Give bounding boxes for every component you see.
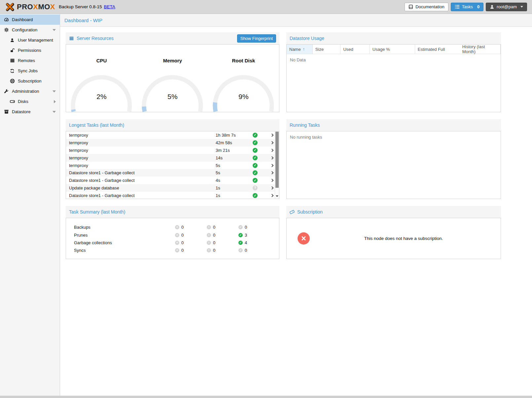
- subscription-message: This node does not have a subscription.: [287, 236, 501, 241]
- gauge-title: Root Disk: [208, 45, 279, 63]
- sort-ascending-icon: ↑: [303, 47, 305, 51]
- sync-icon: [9, 69, 15, 73]
- sidebar-item-label: Permissions: [18, 48, 41, 53]
- show-fingerprint-button[interactable]: Show Fingerprint: [237, 34, 276, 43]
- caret-down-icon[interactable]: [53, 29, 56, 31]
- task-row[interactable]: termproxy 1h 38m 7s ✓: [66, 131, 279, 139]
- task-name: Datastore store1 - Garbage collect: [69, 193, 216, 198]
- resource-gauge: Root Disk 9%: [208, 45, 279, 112]
- sidebar-item-permissions[interactable]: Permissions: [0, 45, 60, 55]
- error-circle-icon: ×: [175, 241, 179, 245]
- scrollbar-thumb[interactable]: [275, 132, 279, 188]
- task-name: termproxy: [69, 163, 216, 168]
- task-status-icon: ✓: [253, 193, 258, 198]
- caret-down-icon[interactable]: [53, 111, 56, 113]
- task-row[interactable]: termproxy 14s ✓: [66, 154, 279, 162]
- scroll-down-button[interactable]: [275, 194, 279, 198]
- column-header[interactable]: History (last Month): [460, 45, 501, 54]
- task-duration: 42m 58s: [216, 140, 253, 145]
- sidebar-item-disks[interactable]: Disks: [0, 96, 60, 107]
- sidebar-item-sync-jobs[interactable]: Sync Jobs: [0, 66, 60, 76]
- task-row[interactable]: Update package database 1s ?: [66, 184, 279, 192]
- warning-circle-icon: !: [207, 248, 211, 252]
- gauge-arc: [208, 73, 279, 112]
- sidebar-item-label: Administration: [12, 89, 39, 94]
- chevron-right-icon: [270, 133, 273, 137]
- task-status-icon: ?: [253, 185, 258, 190]
- summary-row: Syncs ×0 !0 ✓0: [66, 247, 279, 254]
- gauge-value: 5%: [137, 93, 208, 101]
- task-summary-rows: Backups ×0 !0 ✓0 Prunes ×0 !0 ✓3 Garbage…: [66, 218, 279, 254]
- beta-link[interactable]: BETA: [104, 4, 115, 9]
- book-icon: [408, 5, 413, 9]
- sidebar-item-user-management[interactable]: User Management: [0, 35, 60, 45]
- warning-count: 0: [213, 233, 215, 238]
- chevron-right-icon: [270, 171, 273, 175]
- task-row[interactable]: Datastore store1 - Garbage collect 5s ✓: [66, 169, 279, 177]
- sidebar-item-configuration[interactable]: Configuration: [0, 25, 60, 35]
- warning-circle-icon: !: [207, 241, 211, 245]
- server-resources-panel: Server Resources Show Fingerprint CPU 2%…: [66, 32, 279, 112]
- resource-gauge: Memory 5%: [137, 45, 208, 112]
- task-name: termproxy: [69, 148, 216, 153]
- documentation-button[interactable]: Documentation: [405, 3, 448, 11]
- no-data-text: No Data: [287, 54, 501, 66]
- tachometer-icon: [3, 17, 9, 22]
- resource-gauge: CPU 2%: [66, 45, 137, 112]
- caret-down-icon[interactable]: [53, 90, 56, 92]
- column-header[interactable]: Estimated Full: [415, 45, 460, 54]
- summary-row: Prunes ×0 !0 ✓3: [66, 231, 279, 239]
- sidebar-item-administration[interactable]: Administration: [0, 86, 60, 96]
- datastore-table-header: Name ↑ Size Used Usage % Estimated Full …: [287, 45, 501, 54]
- task-row[interactable]: Datastore store1 - Garbage collect 4s ✓: [66, 177, 279, 184]
- ok-circle-icon: ✓: [238, 241, 243, 245]
- proxmox-brand[interactable]: PROXMOX: [5, 2, 55, 12]
- sidebar-item-subscription[interactable]: Subscription: [0, 76, 60, 86]
- warning-count: 0: [213, 240, 215, 245]
- task-name: Update package database: [69, 185, 216, 190]
- topbar-actions: Documentation Tasks 0 root@pam: [405, 3, 527, 11]
- column-header[interactable]: Name ↑: [287, 45, 313, 54]
- task-duration: 14s: [216, 155, 253, 160]
- running-tasks-panel: Running Tasks No running tasks: [286, 119, 501, 199]
- sidebar-item-datastore[interactable]: Datastore: [0, 107, 60, 117]
- proxmox-logo-icon: [5, 2, 15, 12]
- tasks-button[interactable]: Tasks 0: [451, 3, 483, 11]
- unlock-icon: [9, 48, 15, 53]
- scrollbar[interactable]: [275, 131, 279, 199]
- product-version-label: Backup Server 0.8-15: [59, 4, 102, 9]
- task-name: Datastore store1 - Garbage collect: [69, 170, 216, 175]
- column-header[interactable]: Usage %: [370, 45, 415, 54]
- subscription-panel: Subscription × This node does not have a…: [286, 206, 501, 259]
- panel-title: Longest Tasks (last Month): [69, 122, 124, 128]
- task-name: termproxy: [69, 133, 216, 138]
- task-duration: 5s: [216, 170, 253, 175]
- main-area: Dashboard - WIP Server Resources Show Fi…: [60, 14, 532, 396]
- sidebar-item-remotes[interactable]: Remotes: [0, 55, 60, 66]
- task-row[interactable]: termproxy 42m 58s ✓: [66, 139, 279, 147]
- no-running-tasks-text: No running tasks: [287, 131, 501, 143]
- task-row[interactable]: Datastore store1 - Garbage collect 1s ✓: [66, 192, 279, 199]
- sidebar-item-dashboard[interactable]: Dashboard: [0, 15, 60, 25]
- chevron-right-icon: [270, 179, 273, 182]
- column-header[interactable]: Used: [340, 45, 370, 54]
- chevron-right-icon: [270, 194, 273, 197]
- longest-tasks-list: termproxy 1h 38m 7s ✓ termproxy 42m 58s …: [66, 131, 279, 199]
- chevron-down-icon: [520, 6, 523, 8]
- topbar: PROXMOX Backup Server 0.8-15 BETA Docume…: [0, 0, 532, 14]
- task-name: termproxy: [69, 140, 216, 145]
- summary-row: Garbage collections ×0 !0 ✓4: [66, 239, 279, 247]
- no-subscription-icon: ×: [298, 232, 310, 245]
- caret-right-icon[interactable]: [54, 100, 56, 103]
- sidebar-nav: Dashboard Configuration User Management …: [0, 15, 60, 117]
- panel-title: Subscription: [297, 209, 323, 215]
- column-header[interactable]: Size: [313, 45, 341, 54]
- error-circle-icon: ×: [175, 225, 179, 229]
- task-duration: 4s: [216, 178, 253, 183]
- ok-circle-icon: ✓: [238, 233, 243, 237]
- task-row[interactable]: termproxy 3m 21s ✓: [66, 147, 279, 154]
- lifering-icon: [9, 79, 15, 83]
- ok-count: 3: [245, 233, 247, 238]
- user-menu-button[interactable]: root@pam: [486, 3, 527, 11]
- task-row[interactable]: termproxy 5s ✓: [66, 162, 279, 169]
